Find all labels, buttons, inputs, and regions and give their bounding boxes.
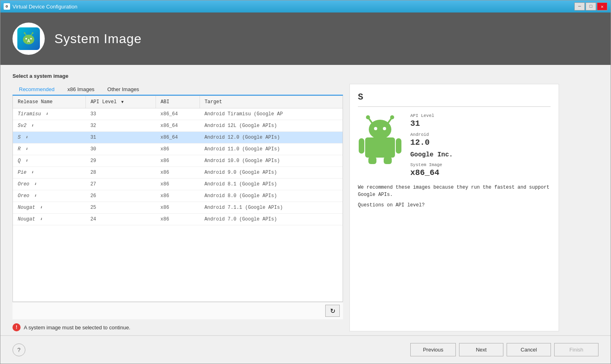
cell-abi: x86 <box>156 144 200 155</box>
info-section: API Level 31 Android 12.0 Google Inc. Sy… <box>358 113 551 177</box>
vendor-group: Google Inc. <box>410 151 453 158</box>
download-icon: ⬇ <box>25 146 28 152</box>
help-button[interactable]: ? <box>12 343 25 356</box>
cell-target: Android 7.0 (Google APIs) <box>200 214 343 225</box>
svg-rect-15 <box>365 137 395 158</box>
cell-release-name: Oreo ⬇ <box>13 179 85 190</box>
table-row[interactable]: S ⬇ 31 x86_64 Android 12.0 (Google APIs) <box>13 132 343 144</box>
col-release-name[interactable]: Release Name <box>13 96 85 108</box>
cell-release-name: Pie ⬇ <box>13 167 85 179</box>
cell-api-level: 26 <box>85 190 156 202</box>
cell-target: Android 10.0 (Google APIs) <box>200 155 343 167</box>
table-row[interactable]: Oreo ⬇ 27 x86 Android 8.1 (Google APIs) <box>13 179 343 190</box>
cell-target: Android Tiramisu (Google AP <box>200 108 343 120</box>
cell-release-name: Q ⬇ <box>13 155 85 167</box>
selected-image-name: S <box>358 92 551 107</box>
window-title: Virtual Device Configuration <box>12 4 77 10</box>
cell-api-level: 33 <box>85 108 156 120</box>
col-abi: ABI <box>156 96 200 108</box>
cell-target: Android 8.0 (Google APIs) <box>200 190 343 202</box>
col-api-level[interactable]: API Level ▼ <box>85 96 156 108</box>
svg-point-12 <box>369 120 391 139</box>
window-icon: ⚙ <box>4 3 10 10</box>
left-panel: Recommended x86 Images Other Images Rele… <box>12 84 343 331</box>
table-row[interactable]: Nougat ⬇ 24 x86 Android 7.0 (Google APIs… <box>13 214 343 225</box>
download-icon: ⬇ <box>39 205 42 210</box>
cell-api-level: 28 <box>85 167 156 179</box>
svg-point-10 <box>366 115 370 119</box>
table-row[interactable]: Sv2 ⬇ 32 x86_64 Android 12L (Google APIs… <box>13 120 343 132</box>
close-button[interactable]: ✕ <box>597 2 607 10</box>
api-level-question: Questions on API level? <box>358 202 551 208</box>
logo-circle: A <box>12 23 45 55</box>
android-robot-svg <box>358 113 402 166</box>
cell-target: Android 7.1.1 (Google APIs) <box>200 202 343 214</box>
cell-abi: x86_64 <box>156 132 200 144</box>
table-header-row: Release Name API Level ▼ ABI Target <box>13 96 343 108</box>
table-row[interactable]: Tiramisu ⬇ 33 x86_64 Android Tiramisu (G… <box>13 108 343 120</box>
cell-release-name: Nougat ⬇ <box>13 214 85 225</box>
download-icon: ⬇ <box>25 135 28 140</box>
cell-release-name: Sv2 ⬇ <box>13 120 85 132</box>
table-row[interactable]: Nougat ⬇ 25 x86 Android 7.1.1 (Google AP… <box>13 202 343 214</box>
cell-release-name: Tiramisu ⬇ <box>13 108 85 120</box>
api-level-group: API Level 31 <box>410 113 453 128</box>
system-image-table[interactable]: Release Name API Level ▼ ABI Target Tira… <box>12 96 343 302</box>
col-target: Target <box>200 96 343 108</box>
error-text: A system image must be selected to conti… <box>24 324 130 331</box>
download-icon: ⬇ <box>25 158 28 163</box>
refresh-button[interactable]: ↻ <box>325 305 340 317</box>
tab-recommended[interactable]: Recommended <box>12 84 61 96</box>
maximize-button[interactable]: □ <box>586 2 596 10</box>
api-level-value: 31 <box>410 119 453 128</box>
table-footer: ↻ <box>12 302 343 319</box>
cell-abi: x86 <box>156 214 200 225</box>
download-icon: ⬇ <box>46 111 48 116</box>
system-image-value: x86_64 <box>410 168 453 177</box>
cell-abi: x86 <box>156 190 200 202</box>
title-bar-controls: ─ □ ✕ <box>574 2 607 10</box>
cancel-button[interactable]: Cancel <box>507 343 551 356</box>
tab-other-images[interactable]: Other Images <box>101 84 145 95</box>
nav-buttons: Previous Next Cancel Finish <box>410 343 599 356</box>
tab-x86-images[interactable]: x86 Images <box>61 84 101 95</box>
info-details: API Level 31 Android 12.0 Google Inc. Sy… <box>410 113 453 177</box>
download-icon: ⬇ <box>34 181 37 187</box>
as-logo-svg: A <box>21 31 37 47</box>
bottom-bar: ? Previous Next Cancel Finish <box>0 335 611 364</box>
next-button[interactable]: Next <box>459 343 503 356</box>
cell-release-name: S ⬇ <box>13 132 85 144</box>
cell-abi: x86 <box>156 179 200 190</box>
android-value: 12.0 <box>410 138 453 147</box>
cell-target: Android 12.0 (Google APIs) <box>200 132 343 144</box>
android-label: Android <box>410 132 453 137</box>
title-bar: ⚙ Virtual Device Configuration ─ □ ✕ <box>0 0 611 12</box>
svg-point-2 <box>30 38 32 40</box>
cell-target: Android 12L (Google APIs) <box>200 120 343 132</box>
cell-abi: x86_64 <box>156 108 200 120</box>
cell-release-name: Oreo ⬇ <box>13 190 85 202</box>
system-image-label: System Image <box>410 162 453 167</box>
previous-button[interactable]: Previous <box>410 343 456 356</box>
table-row[interactable]: R ⬇ 30 x86 Android 11.0 (Google APIs) <box>13 144 343 155</box>
table-row[interactable]: Q ⬇ 29 x86 Android 10.0 (Google APIs) <box>13 155 343 167</box>
minimize-button[interactable]: ─ <box>574 2 585 10</box>
svg-rect-18 <box>368 157 376 164</box>
download-icon: ⬇ <box>31 123 34 128</box>
title-bar-left: ⚙ Virtual Device Configuration <box>4 3 77 10</box>
download-icon: ⬇ <box>34 193 37 198</box>
cell-abi: x86 <box>156 167 200 179</box>
vendor-value: Google Inc. <box>410 151 453 158</box>
finish-button[interactable]: Finish <box>554 343 599 356</box>
cell-release-name: R ⬇ <box>13 144 85 155</box>
sort-icon: ▼ <box>121 100 124 104</box>
cell-api-level: 31 <box>85 132 156 144</box>
table-row[interactable]: Oreo ⬇ 26 x86 Android 8.0 (Google APIs) <box>13 190 343 202</box>
right-panel: S <box>349 84 559 331</box>
header-area: A System Image <box>0 12 611 65</box>
table-row[interactable]: Pie ⬇ 28 x86 Android 9.0 (Google APIs) <box>13 167 343 179</box>
cell-api-level: 25 <box>85 202 156 214</box>
error-icon: ! <box>12 323 21 331</box>
android-robot-graphic <box>358 113 402 177</box>
cell-api-level: 24 <box>85 214 156 225</box>
